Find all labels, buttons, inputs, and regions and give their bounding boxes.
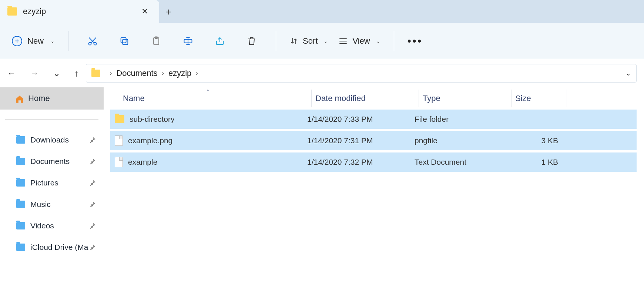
sort-label: Sort [303,36,318,46]
sidebar-list: Downloads Documents Pictures Music Video… [0,129,104,258]
table-row[interactable]: example.png 1/14/2020 7:31 PM pngfile 3 … [110,131,637,150]
sort-button[interactable]: Sort ⌄ [289,36,328,46]
separator [394,31,394,51]
copy-button[interactable] [116,33,133,50]
cell-date: 1/14/2020 7:32 PM [307,158,415,167]
sidebar-item-label: Downloads [30,135,69,144]
file-icon [115,135,123,146]
column-size[interactable]: Size [511,90,567,107]
rename-button[interactable] [180,33,197,50]
sidebar-item[interactable]: Downloads [0,129,104,151]
cell-name: example.png [115,135,307,146]
folder-icon [16,136,25,144]
table-row[interactable]: sub-directory 1/14/2020 7:33 PM File fol… [110,110,637,129]
folder-icon [115,115,124,123]
column-type[interactable]: Type [419,90,511,107]
back-button[interactable]: ← [4,67,19,80]
sidebar-item-label: Documents [30,157,70,166]
pin-icon [89,158,96,165]
file-name: sub-directory [130,115,174,124]
share-button[interactable] [211,33,228,50]
forward-button[interactable]: → [27,67,42,80]
breadcrumb[interactable]: › Documents › ezyzip › ⌄ [86,64,637,83]
cell-type: pngfile [415,136,507,145]
breadcrumb-dropdown[interactable]: ⌄ [625,69,631,77]
svg-rect-2 [123,39,128,44]
up-button[interactable]: ↑ [71,67,82,80]
file-name: example.png [128,136,172,145]
new-tab-button[interactable]: ＋ [159,0,178,23]
pin-icon [89,222,96,229]
delete-button[interactable] [243,33,260,50]
toolbar: + New ⌄ Sort ⌄ View ⌄ ••• [0,23,644,59]
table-row[interactable]: example 1/14/2020 7:32 PM Text Document … [110,152,637,172]
paste-button[interactable] [148,33,165,50]
chevron-down-icon: ⌄ [323,38,328,44]
file-name: example [128,158,157,167]
cell-date: 1/14/2020 7:31 PM [307,136,415,145]
sidebar-item-label: Pictures [30,178,58,187]
new-button[interactable]: + New ⌄ [7,33,60,49]
view-button[interactable]: View ⌄ [338,36,380,46]
chevron-right-icon: › [162,70,164,77]
cell-size: 3 KB [507,136,563,145]
breadcrumb-item[interactable]: Documents [116,68,157,78]
view-label: View [352,36,370,46]
sidebar-item[interactable]: Music [0,194,104,215]
sidebar-item[interactable]: Videos [0,215,104,237]
chevron-right-icon: › [196,70,198,77]
cell-type: File folder [415,115,507,124]
svg-rect-3 [121,37,126,43]
pin-icon [89,201,96,208]
chevron-down-icon: ⌄ [376,38,380,44]
more-button[interactable]: ••• [407,35,423,47]
separator [276,31,276,51]
file-icon [115,157,123,167]
folder-icon [16,244,25,251]
main: Home Downloads Documents Pictures Music … [0,87,644,285]
divider [5,119,98,120]
nav-arrows: ← → ⌄ ↑ [0,67,86,80]
sidebar-item[interactable]: Pictures [0,172,104,194]
folder-icon [7,7,17,16]
cell-name: example [115,157,307,167]
cell-date: 1/14/2020 7:33 PM [307,115,415,124]
sort-indicator-icon: ˄ [207,89,209,95]
folder-icon [16,222,25,229]
column-name[interactable]: Name [119,90,312,107]
content-pane: ˄ Name Date modified Type Size sub-direc… [104,87,644,285]
column-date[interactable]: Date modified [312,90,419,107]
sidebar: Home Downloads Documents Pictures Music … [0,87,104,285]
sidebar-item-label: iCloud Drive (Ma [30,243,88,252]
breadcrumb-item[interactable]: ezyzip [168,68,191,78]
folder-icon [16,179,25,187]
home-icon [15,94,24,103]
pin-icon [89,136,96,144]
sidebar-item-home[interactable]: Home [0,87,104,110]
folder-icon [91,70,100,77]
cell-name: sub-directory [115,115,307,124]
pin-icon [89,179,96,187]
close-tab-icon[interactable]: ✕ [138,7,152,16]
title-bar: ezyzip ✕ ＋ [0,0,644,23]
window-tab[interactable]: ezyzip ✕ [0,0,159,23]
cell-size: 1 KB [507,158,563,167]
sidebar-item-label: Music [30,200,51,209]
sidebar-item[interactable]: Documents [0,151,104,172]
sidebar-item[interactable]: iCloud Drive (Ma [0,237,104,258]
new-button-label: New [27,36,44,46]
chevron-right-icon: › [110,70,112,77]
folder-icon [16,201,25,208]
file-list: sub-directory 1/14/2020 7:33 PM File fol… [110,110,637,172]
tab-title: ezyzip [23,7,138,16]
pin-icon [89,244,96,251]
column-headers: ˄ Name Date modified Type Size [110,90,637,107]
svg-point-1 [94,42,97,45]
nav-row: ← → ⌄ ↑ › Documents › ezyzip › ⌄ [0,59,644,87]
sidebar-home-label: Home [28,94,50,103]
sidebar-item-label: Videos [30,221,54,230]
separator [68,31,68,51]
cut-button[interactable] [84,33,101,50]
cell-type: Text Document [415,158,507,167]
recent-locations-button[interactable]: ⌄ [50,67,63,80]
